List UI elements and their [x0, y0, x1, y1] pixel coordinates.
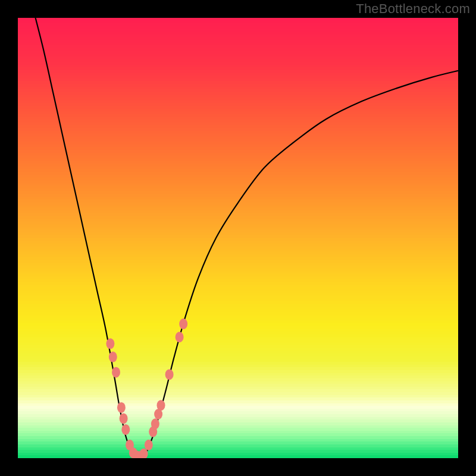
- data-point: [145, 440, 153, 450]
- data-point: [109, 352, 117, 362]
- curve-layer: [18, 18, 458, 458]
- data-point: [120, 413, 128, 424]
- plot-area: [18, 18, 458, 458]
- chart-frame: TheBottleneck.com: [0, 0, 476, 476]
- source-watermark: TheBottleneck.com: [356, 1, 470, 17]
- data-point: [140, 449, 148, 458]
- data-point: [179, 318, 187, 329]
- data-point: [157, 400, 165, 411]
- bottleneck-curve: [36, 18, 458, 458]
- data-points-group: [106, 318, 187, 458]
- data-point: [112, 367, 120, 378]
- data-point: [117, 402, 126, 413]
- data-point: [165, 369, 174, 380]
- data-point: [121, 424, 130, 435]
- data-point: [106, 339, 114, 349]
- data-point: [151, 418, 159, 429]
- data-point: [176, 332, 184, 343]
